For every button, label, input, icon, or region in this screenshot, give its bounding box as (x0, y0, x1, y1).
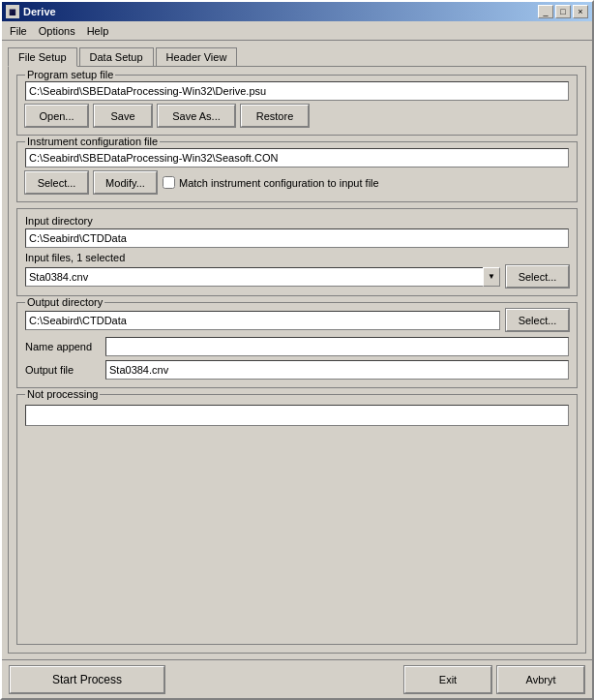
exit-button[interactable]: Exit (404, 666, 491, 693)
output-dir-path[interactable] (25, 311, 500, 330)
instrument-config-buttons: Select... Modify... Match instrument con… (25, 171, 569, 194)
program-setup-buttons: Open... Save Save As... Restore (25, 105, 569, 127)
minimize-button[interactable]: _ (538, 5, 553, 18)
output-file-input[interactable] (105, 360, 569, 380)
menu-file[interactable]: File (4, 23, 33, 39)
tab-header-view[interactable]: Header View (156, 47, 238, 67)
menu-help[interactable]: Help (81, 23, 115, 39)
input-select-button[interactable]: Select... (506, 265, 569, 288)
program-setup-label: Program setup file (25, 69, 115, 80)
restore-button[interactable]: □ (555, 5, 571, 18)
input-files-label: Input files, 1 selected (25, 252, 569, 263)
input-group: Input directory Input files, 1 selected … (16, 208, 578, 296)
input-dir-path[interactable] (25, 228, 569, 248)
output-group: Output directory Select... Name append O… (16, 302, 578, 388)
instrument-config-group: Instrument configuration file Select... … (16, 141, 578, 202)
main-panel: Program setup file Open... Save Save As.… (8, 66, 586, 654)
save-button[interactable]: Save (94, 105, 152, 127)
title-bar-buttons: _ □ × (538, 5, 588, 18)
tab-bar: File Setup Data Setup Header View (8, 46, 586, 66)
bottom-bar: Start Process Exit Avbryt (2, 659, 592, 698)
restore-button[interactable]: Restore (241, 105, 309, 127)
dropdown-arrow-icon[interactable]: ▼ (483, 267, 500, 287)
output-dir-group-label: Output directory (25, 296, 104, 308)
select-config-button[interactable]: Select... (25, 171, 88, 194)
input-dropdown-wrapper: ▼ (25, 267, 500, 287)
menubar: File Options Help (2, 21, 592, 41)
input-dir-label: Input directory (25, 215, 569, 227)
output-dir-row: Select... (25, 309, 569, 331)
program-setup-path[interactable] (25, 81, 569, 101)
instrument-config-path[interactable] (25, 148, 569, 167)
content-area: File Setup Data Setup Header View Progra… (2, 41, 592, 659)
match-config-checkbox[interactable] (163, 176, 175, 189)
output-select-button[interactable]: Select... (506, 309, 569, 331)
match-config-label[interactable]: Match instrument configuration to input … (163, 176, 379, 189)
name-append-input[interactable] (105, 337, 569, 356)
status-label: Not processing (25, 388, 100, 400)
title-bar: ▦ Derive _ □ × (2, 2, 592, 21)
name-append-label: Name append (25, 341, 98, 352)
open-button[interactable]: Open... (25, 105, 88, 127)
input-files-row: ▼ Select... (25, 265, 569, 288)
start-process-button[interactable]: Start Process (10, 666, 164, 693)
modify-config-button[interactable]: Modify... (94, 171, 157, 194)
instrument-config-label: Instrument configuration file (25, 136, 160, 147)
menu-options[interactable]: Options (33, 23, 81, 39)
save-as-button[interactable]: Save As... (158, 105, 235, 127)
main-window: ▦ Derive _ □ × File Options Help File Se… (0, 0, 594, 700)
window-icon: ▦ (6, 5, 19, 18)
close-button[interactable]: × (573, 5, 588, 18)
tab-data-setup[interactable]: Data Setup (79, 47, 154, 67)
program-setup-group: Program setup file Open... Save Save As.… (16, 75, 578, 136)
tab-file-setup[interactable]: File Setup (8, 47, 77, 67)
output-file-label: Output file (25, 364, 98, 376)
window-title: Derive (23, 6, 538, 17)
status-group: Not processing (16, 394, 578, 645)
input-file-dropdown[interactable] (25, 267, 484, 287)
match-config-text: Match instrument configuration to input … (179, 177, 379, 189)
cancel-button[interactable]: Avbryt (497, 666, 584, 693)
status-input (25, 405, 569, 426)
